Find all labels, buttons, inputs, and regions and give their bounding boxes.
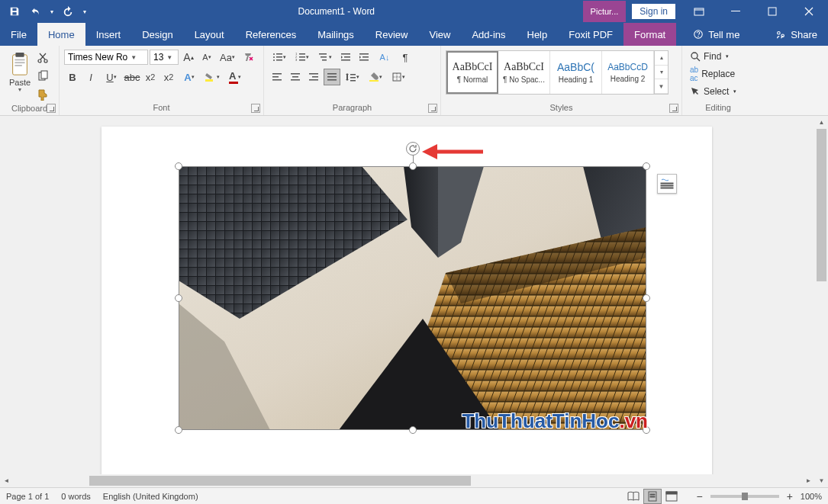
copy-icon[interactable] (37, 70, 49, 85)
increase-indent-icon[interactable] (356, 49, 372, 66)
justify-icon[interactable] (324, 69, 340, 85)
vertical-scrollbar[interactable]: ▲ ▼ (815, 116, 828, 487)
change-case-icon[interactable]: Aa▾ (217, 49, 238, 66)
selected-image[interactable]: ThuThuatTinHoc.vn (179, 166, 646, 430)
italic-button[interactable]: I (82, 69, 99, 85)
replace-button[interactable]: abacReplace (687, 65, 739, 83)
share-button[interactable]: Share (765, 23, 828, 46)
superscript-button[interactable]: x2 (160, 69, 177, 85)
styles-gallery[interactable]: AaBbCcI¶ Normal AaBbCcI¶ No Spac... AaBb… (446, 50, 669, 95)
tab-format[interactable]: Format (623, 23, 676, 46)
scroll-up-icon[interactable]: ▲ (815, 116, 828, 129)
undo-icon[interactable] (26, 1, 46, 22)
rotate-handle[interactable] (406, 142, 420, 156)
text-effects-icon[interactable]: A▾ (179, 69, 200, 85)
layout-options-button[interactable] (657, 174, 677, 194)
horizontal-scrollbar[interactable]: ◄ ► (0, 474, 815, 487)
vscroll-thumb[interactable] (817, 129, 826, 281)
style-heading-1[interactable]: AaBbC(Heading 1 (550, 51, 602, 94)
print-layout-icon[interactable] (643, 489, 662, 504)
scroll-right-icon[interactable]: ► (802, 474, 815, 487)
paste-button[interactable]: Paste ▼ (5, 49, 35, 92)
web-layout-icon[interactable] (662, 489, 681, 504)
save-icon[interactable] (5, 1, 24, 22)
hscroll-thumb[interactable] (89, 476, 471, 486)
styles-dialog-launcher[interactable] (669, 104, 678, 113)
style-heading-2[interactable]: AaBbCcDHeading 2 (602, 51, 654, 94)
tab-design[interactable]: Design (131, 23, 183, 46)
read-mode-icon[interactable] (624, 489, 643, 504)
tab-mailings[interactable]: Mailings (307, 23, 365, 46)
tell-me[interactable]: Tell me (682, 23, 750, 46)
bullets-icon[interactable]: ▾ (269, 49, 290, 66)
underline-button[interactable]: U▾ (101, 69, 122, 85)
page-indicator[interactable]: Page 1 of 1 (6, 492, 49, 501)
page[interactable]: ThuThuatTinHoc.vn (101, 127, 712, 487)
font-size-select[interactable]: 13▼ (150, 50, 179, 65)
subscript-button[interactable]: x2 (142, 69, 159, 85)
zoom-slider[interactable] (710, 495, 779, 498)
select-button[interactable]: Select▾ (687, 85, 739, 98)
zoom-in-button[interactable]: + (784, 490, 796, 502)
handle-right[interactable] (643, 294, 650, 302)
align-left-icon[interactable] (269, 69, 285, 85)
cut-icon[interactable] (37, 52, 49, 67)
tab-foxit[interactable]: Foxit PDF (558, 23, 623, 46)
language-indicator[interactable]: English (United Kingdom) (103, 492, 198, 501)
paragraph-dialog-launcher[interactable] (428, 104, 437, 113)
grow-font-icon[interactable]: A▴ (180, 49, 197, 66)
close-icon[interactable] (791, 0, 826, 23)
redo-icon[interactable] (58, 1, 78, 22)
style-normal[interactable]: AaBbCcI¶ Normal (446, 51, 498, 94)
tab-layout[interactable]: Layout (184, 23, 235, 46)
shading-icon[interactable]: ▾ (365, 69, 386, 85)
sort-icon[interactable]: A↓ (374, 49, 395, 66)
handle-bottom-left[interactable] (175, 426, 182, 434)
qat-customize-icon[interactable]: ▾ (79, 1, 90, 22)
zoom-thumb[interactable] (742, 493, 748, 500)
tab-home[interactable]: Home (37, 23, 85, 46)
handle-top-left[interactable] (175, 162, 182, 170)
scroll-left-icon[interactable]: ◄ (0, 474, 13, 487)
tab-review[interactable]: Review (365, 23, 419, 46)
font-name-select[interactable]: Times New Ro▼ (64, 50, 148, 65)
handle-top-right[interactable] (643, 162, 650, 170)
word-count[interactable]: 0 words (61, 492, 91, 501)
tab-view[interactable]: View (418, 23, 461, 46)
scroll-down-icon[interactable]: ▼ (815, 474, 828, 487)
bold-button[interactable]: B (64, 69, 81, 85)
style-no-spacing[interactable]: AaBbCcI¶ No Spac... (498, 51, 550, 94)
styles-more[interactable]: ▴▾▼ (654, 51, 668, 94)
borders-icon[interactable]: ▾ (388, 69, 409, 85)
font-dialog-launcher[interactable] (251, 104, 260, 113)
zoom-out-button[interactable]: − (693, 490, 705, 502)
maximize-icon[interactable] (755, 0, 790, 23)
align-right-icon[interactable] (305, 69, 322, 85)
tab-insert[interactable]: Insert (85, 23, 132, 46)
picture-tools-tab-header[interactable]: Pictur... (583, 1, 627, 22)
align-center-icon[interactable] (287, 69, 304, 85)
clipboard-dialog-launcher[interactable] (47, 104, 56, 113)
handle-left[interactable] (175, 294, 182, 302)
line-spacing-icon[interactable]: ▾ (342, 69, 363, 85)
minimize-icon[interactable] (718, 0, 753, 23)
shrink-font-icon[interactable]: A▾ (198, 49, 215, 66)
ribbon-options-icon[interactable] (681, 0, 717, 23)
tab-addins[interactable]: Add-ins (461, 23, 516, 46)
handle-bottom[interactable] (409, 426, 417, 434)
multilevel-list-icon[interactable]: ▾ (314, 49, 336, 66)
tab-help[interactable]: Help (517, 23, 559, 46)
zoom-level[interactable]: 100% (801, 492, 822, 501)
show-marks-icon[interactable]: ¶ (397, 49, 414, 66)
decrease-indent-icon[interactable] (337, 49, 354, 66)
tab-file[interactable]: File (0, 23, 37, 46)
font-color-icon[interactable]: A▾ (224, 69, 246, 85)
clear-formatting-icon[interactable] (240, 49, 256, 66)
handle-top[interactable] (409, 162, 417, 170)
strikethrough-button[interactable]: abc (124, 69, 140, 85)
highlight-icon[interactable]: ▾ (201, 69, 223, 85)
numbering-icon[interactable]: 123▾ (292, 49, 313, 66)
sign-in-button[interactable]: Sign in (632, 4, 675, 19)
format-painter-icon[interactable] (37, 88, 49, 104)
undo-more-icon[interactable]: ▾ (47, 1, 56, 22)
